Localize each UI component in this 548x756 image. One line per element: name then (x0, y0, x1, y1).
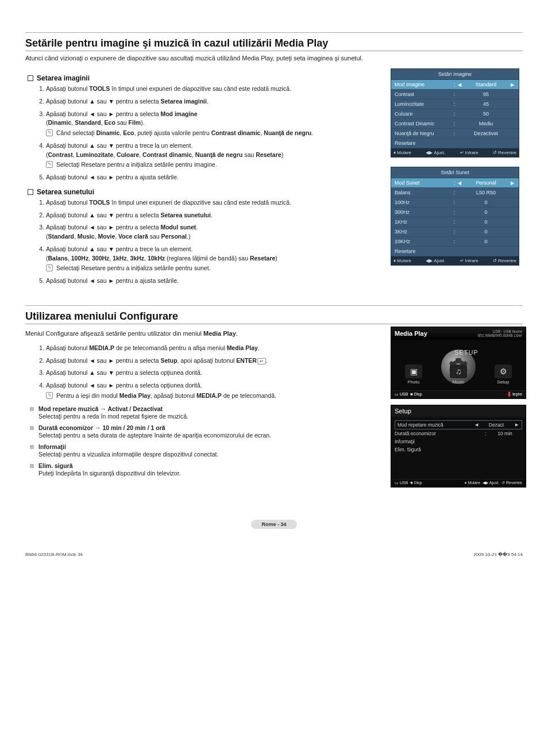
setup-row-label: Informaţii (395, 439, 522, 444)
usb-icon: ▭ (395, 481, 399, 485)
osd-row-value: 0 (462, 219, 510, 225)
setup-row: Informaţii (395, 438, 522, 446)
osd-row: 100Hz:0 (391, 198, 519, 208)
right-arrow-icon: ▶ (510, 181, 515, 186)
osd-row-value: 0 (462, 199, 510, 205)
note: ✎Selectaţi Resetare pentru a iniţializa … (46, 160, 381, 170)
step: Apăsaţi butonul ◄ sau ► pentru a selecta… (46, 110, 381, 138)
updown-icon: ♦ (393, 150, 396, 155)
osd-row: 10KHz:0 (391, 237, 519, 247)
osd-row: Contrast:95 (391, 90, 519, 99)
mp-item-music: ♫Music (450, 364, 467, 385)
left-arrow-icon: ◀ (457, 181, 462, 186)
mp-setup-label: SETUP (454, 349, 478, 356)
doc-footer: BN68-02331B-ROM.indb 34 2009-10-21 ��9:5… (25, 552, 523, 557)
photo-icon: ▣ (405, 364, 422, 378)
check-icon (28, 75, 33, 81)
page-tag: Rome - 34 (25, 520, 523, 529)
leftright-icon: ◀▶ (426, 150, 433, 155)
setup-title: Setup (391, 405, 526, 417)
note-icon: ✎ (46, 129, 53, 136)
bullet-desc: Selectaţi pentru a reda în mod repetat f… (38, 413, 381, 420)
mp-item-photo: ▣Photo (405, 364, 422, 385)
mp-usb-info: USB : USB Nume851.98MB/995.00MB Liber (478, 329, 522, 337)
bullet-title: Durată economizor → 10 min / 20 min / 1 … (38, 424, 165, 431)
osd-row: Contrast Dinamic:Mediu (391, 119, 519, 129)
osd-row-label: Balans (395, 190, 452, 195)
osd-row-label: 1KHz (395, 219, 452, 225)
mp-footer: ▭ USB ■ Disp. →▋ Ieşire (391, 390, 526, 398)
setup-row: Mod repetare muzică◀Dezact▶ (395, 420, 522, 429)
osd-row-label: 300Hz (395, 209, 452, 215)
setup-row: Elim. Sigură (395, 446, 522, 454)
osd-row-label: Resetare (395, 248, 452, 254)
osd-row-value: 0 (462, 209, 510, 215)
updown-icon: ♦ (465, 481, 467, 485)
media-play-screen: Media Play USB : USB Nume851.98MB/995.00… (391, 327, 526, 399)
osd-row-label: 3KHz (395, 229, 452, 235)
return-icon: ↺ (493, 258, 497, 263)
bullet-item: Mod repetare muzică → Activat / Dezactiv… (30, 405, 381, 420)
osd-row-value: 95 (462, 91, 510, 97)
osd-row: Culoare:50 (391, 109, 519, 119)
osd-row-label: Mod Imagine (395, 82, 452, 87)
square-icon (30, 426, 34, 430)
usb-icon: ▭ (395, 392, 399, 396)
config-steps: Apăsaţi butonul MEDIA.P de pe telecomand… (25, 344, 381, 401)
osd-row-value: 45 (462, 101, 510, 107)
osd-row-label: 10KHz (395, 239, 452, 244)
note-icon: ✎ (46, 161, 53, 168)
bullet-desc: Puteţi îndepărta în siguranţă dispozitiv… (38, 470, 381, 477)
osd-row-label: Mod Sunet (395, 180, 452, 186)
osd-row: Mod Sunet:◀Personal▶ (391, 178, 519, 188)
osd-row-value: Mediu (462, 121, 510, 126)
step: Apăsaţi butonul MEDIA.P de pe telecomand… (46, 344, 381, 353)
step: Apăsaţi butonul ▲ sau ▼ pentru a selecta… (46, 211, 381, 220)
enter-icon: ↵ (257, 358, 266, 364)
sound-steps: Apăsaţi butonul TOOLS în timpul unei exp… (25, 198, 381, 286)
step: Apăsaţi butonul ◄ sau ► pentru a ajusta … (46, 173, 381, 182)
osd-row-value: L50 R50 (462, 190, 510, 195)
step: Apăsaţi butonul ◄ sau ► pentru a selecta… (46, 223, 381, 241)
osd-row-label: Luminozitate (395, 101, 452, 107)
step: Apăsaţi butonul ▲ sau ▼ pentru a selecta… (46, 97, 381, 106)
step: Apăsaţi butonul ▲ sau ▼ pentru a trece l… (46, 245, 381, 273)
bullet-desc: Selectaţi pentru a seta durata de aştept… (38, 432, 381, 439)
osd-row: Resetare (391, 247, 519, 256)
right-arrow-icon: ▶ (514, 423, 519, 427)
exit-icon: →▋ (504, 392, 511, 396)
leftright-icon: ◀▶ (426, 258, 433, 263)
right-arrow-icon: ▶ (510, 82, 515, 87)
updown-icon: ♦ (393, 258, 396, 263)
leftright-icon: ◀▶ (483, 481, 488, 485)
return-icon: ↺ (501, 481, 505, 485)
step: Apăsaţi butonul ◄ sau ► pentru a selecta… (46, 381, 381, 401)
osd-title: Setări Sunet (391, 167, 519, 178)
osd-nav: ♦Mutare ◀▶Ajust. ↵Intrare ↺Revenire (391, 148, 519, 157)
osd-nav: ♦Mutare ◀▶Ajust. ↵Intrare ↺Revenire (391, 256, 519, 265)
bullet-item: Durată economizor → 10 min / 20 min / 1 … (30, 424, 381, 439)
setup-row-value: Dezact (479, 422, 514, 428)
bullet-item: InformaţiiSelectaţi pentru a vizualiza i… (30, 443, 381, 458)
osd-row-value: 0 (462, 239, 510, 244)
square-icon (30, 464, 34, 468)
osd-row-label: Contrast Dinamic (395, 121, 452, 126)
section1-title: Setările pentru imagine şi muzică în caz… (25, 37, 523, 51)
osd-row: Resetare (391, 139, 519, 148)
enter-icon: ↵ (460, 258, 464, 263)
mp-title: Media Play (395, 330, 427, 337)
note: ✎ Când selectaţi Dinamic, Eco, puteţi aj… (46, 129, 381, 138)
note: ✎ Pentru a ieşi din modul Media Play, ap… (46, 392, 381, 401)
bullet-title: Informaţii (38, 443, 66, 450)
osd-row-value: Standard (462, 82, 510, 87)
note-icon: ✎ (46, 264, 53, 271)
osd-row: Mod Imagine:◀Standard▶ (391, 80, 519, 90)
return-icon: ↺ (493, 150, 497, 155)
note: ✎Selectaţi Resetare pentru a iniţializa … (46, 264, 381, 273)
setup-screen: Setup Mod repetare muzică◀Dezact▶Durată … (391, 405, 526, 488)
setup-footer: ▭ USB ■ Disp. ♦ Mutare ◀▶ Ajust. ↺ Reven… (391, 479, 526, 487)
osd-row-label: Nuanţă de Negru (395, 131, 452, 136)
osd-row-value: Personal (462, 180, 510, 186)
osd-row-label: Contrast (395, 91, 452, 97)
bullet-desc: Selectaţi pentru a vizualiza informaţiil… (38, 451, 381, 458)
